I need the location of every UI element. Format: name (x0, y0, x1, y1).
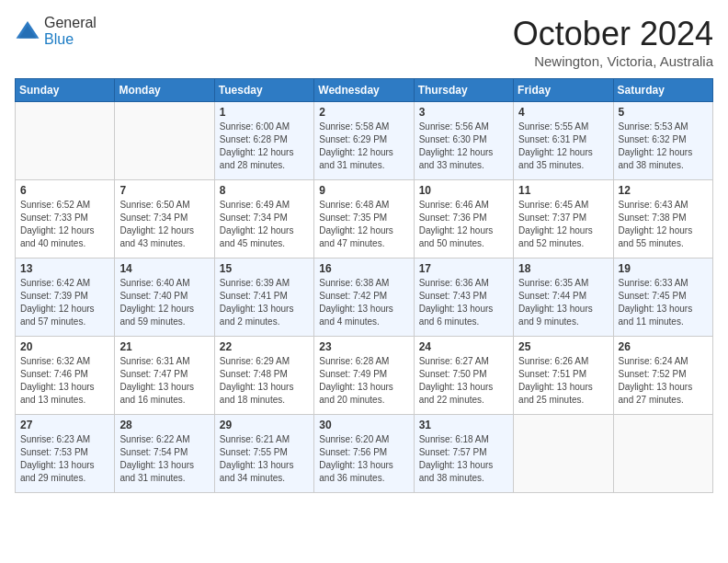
day-number: 31 (419, 419, 508, 431)
calendar-cell: 20Sunrise: 6:32 AM Sunset: 7:46 PM Dayli… (16, 337, 115, 415)
day-number: 4 (518, 106, 608, 119)
page-header: General Blue October 2024 Newington, Vic… (15, 15, 713, 69)
calendar-cell: 12Sunrise: 6:43 AM Sunset: 7:38 PM Dayli… (613, 180, 712, 259)
month-title: October 2024 (513, 15, 713, 53)
calendar-cell: 1Sunrise: 6:00 AM Sunset: 6:28 PM Daylig… (214, 102, 313, 180)
calendar-cell: 13Sunrise: 6:42 AM Sunset: 7:39 PM Dayli… (16, 259, 115, 337)
calendar-cell: 22Sunrise: 6:29 AM Sunset: 7:48 PM Dayli… (214, 337, 313, 415)
day-info: Sunrise: 6:27 AM Sunset: 7:50 PM Dayligh… (419, 355, 508, 407)
calendar-cell: 31Sunrise: 6:18 AM Sunset: 7:57 PM Dayli… (414, 415, 513, 493)
calendar-cell: 6Sunrise: 6:52 AM Sunset: 7:33 PM Daylig… (16, 180, 115, 259)
day-number: 17 (419, 262, 508, 275)
header-sunday: Sunday (16, 79, 115, 102)
logo-icon (15, 18, 40, 44)
logo: General Blue (15, 15, 97, 48)
week-row-2: 6Sunrise: 6:52 AM Sunset: 7:33 PM Daylig… (16, 180, 713, 259)
day-info: Sunrise: 6:33 AM Sunset: 7:45 PM Dayligh… (619, 277, 708, 328)
day-number: 8 (220, 184, 309, 197)
header-saturday: Saturday (613, 79, 712, 102)
day-number: 20 (20, 340, 109, 353)
day-info: Sunrise: 6:36 AM Sunset: 7:43 PM Dayligh… (419, 277, 508, 328)
calendar-cell: 9Sunrise: 6:48 AM Sunset: 7:35 PM Daylig… (314, 180, 414, 259)
day-info: Sunrise: 6:31 AM Sunset: 7:47 PM Dayligh… (119, 355, 209, 407)
calendar-cell: 14Sunrise: 6:40 AM Sunset: 7:40 PM Dayli… (115, 259, 214, 337)
day-info: Sunrise: 6:50 AM Sunset: 7:34 PM Dayligh… (119, 199, 209, 250)
day-number: 6 (20, 184, 109, 197)
day-info: Sunrise: 6:28 AM Sunset: 7:49 PM Dayligh… (319, 355, 408, 407)
day-number: 30 (319, 419, 408, 431)
day-info: Sunrise: 6:45 AM Sunset: 7:37 PM Dayligh… (518, 199, 608, 250)
calendar-cell: 18Sunrise: 6:35 AM Sunset: 7:44 PM Dayli… (514, 259, 613, 337)
calendar-cell: 29Sunrise: 6:21 AM Sunset: 7:55 PM Dayli… (214, 415, 313, 493)
day-info: Sunrise: 5:53 AM Sunset: 6:32 PM Dayligh… (619, 121, 708, 172)
day-number: 9 (319, 184, 408, 197)
header-thursday: Thursday (414, 79, 513, 102)
header-tuesday: Tuesday (214, 79, 313, 102)
header-monday: Monday (115, 79, 214, 102)
day-info: Sunrise: 6:49 AM Sunset: 7:34 PM Dayligh… (220, 199, 309, 250)
calendar-cell: 23Sunrise: 6:28 AM Sunset: 7:49 PM Dayli… (314, 337, 414, 415)
day-info: Sunrise: 6:40 AM Sunset: 7:40 PM Dayligh… (119, 277, 209, 328)
logo-text: General Blue (44, 15, 97, 48)
calendar-cell: 2Sunrise: 5:58 AM Sunset: 6:29 PM Daylig… (314, 102, 414, 180)
day-number: 23 (319, 340, 408, 353)
day-info: Sunrise: 6:23 AM Sunset: 7:53 PM Dayligh… (20, 433, 109, 485)
day-info: Sunrise: 6:21 AM Sunset: 7:55 PM Dayligh… (220, 433, 309, 485)
day-number: 10 (419, 184, 508, 197)
day-info: Sunrise: 5:56 AM Sunset: 6:30 PM Dayligh… (419, 121, 508, 172)
calendar-cell (16, 102, 115, 180)
calendar-cell: 28Sunrise: 6:22 AM Sunset: 7:54 PM Dayli… (115, 415, 214, 493)
calendar-cell: 16Sunrise: 6:38 AM Sunset: 7:42 PM Dayli… (314, 259, 414, 337)
day-number: 27 (20, 419, 109, 431)
calendar-cell: 24Sunrise: 6:27 AM Sunset: 7:50 PM Dayli… (414, 337, 513, 415)
week-row-4: 20Sunrise: 6:32 AM Sunset: 7:46 PM Dayli… (16, 337, 713, 415)
calendar-cell (613, 415, 712, 493)
calendar-cell: 15Sunrise: 6:39 AM Sunset: 7:41 PM Dayli… (214, 259, 313, 337)
calendar-cell: 3Sunrise: 5:56 AM Sunset: 6:30 PM Daylig… (414, 102, 513, 180)
title-block: October 2024 Newington, Victoria, Austra… (513, 15, 713, 69)
day-info: Sunrise: 6:18 AM Sunset: 7:57 PM Dayligh… (419, 433, 508, 485)
day-info: Sunrise: 6:48 AM Sunset: 7:35 PM Dayligh… (319, 199, 408, 250)
weekday-header-row: SundayMondayTuesdayWednesdayThursdayFrid… (16, 79, 713, 102)
day-info: Sunrise: 6:24 AM Sunset: 7:52 PM Dayligh… (619, 355, 708, 407)
day-number: 21 (119, 340, 209, 353)
day-info: Sunrise: 5:58 AM Sunset: 6:29 PM Dayligh… (319, 121, 408, 172)
calendar-cell: 17Sunrise: 6:36 AM Sunset: 7:43 PM Dayli… (414, 259, 513, 337)
calendar-cell: 4Sunrise: 5:55 AM Sunset: 6:31 PM Daylig… (514, 102, 613, 180)
calendar-cell: 27Sunrise: 6:23 AM Sunset: 7:53 PM Dayli… (16, 415, 115, 493)
calendar-cell: 10Sunrise: 6:46 AM Sunset: 7:36 PM Dayli… (414, 180, 513, 259)
day-number: 11 (518, 184, 608, 197)
day-number: 29 (220, 419, 309, 431)
calendar-cell: 11Sunrise: 6:45 AM Sunset: 7:37 PM Dayli… (514, 180, 613, 259)
day-info: Sunrise: 6:22 AM Sunset: 7:54 PM Dayligh… (119, 433, 209, 485)
day-number: 12 (619, 184, 708, 197)
calendar-cell: 25Sunrise: 6:26 AM Sunset: 7:51 PM Dayli… (514, 337, 613, 415)
calendar-cell: 26Sunrise: 6:24 AM Sunset: 7:52 PM Dayli… (613, 337, 712, 415)
day-number: 7 (119, 184, 209, 197)
day-number: 18 (518, 262, 608, 275)
day-number: 19 (619, 262, 708, 275)
day-number: 2 (319, 106, 408, 119)
calendar-cell: 5Sunrise: 5:53 AM Sunset: 6:32 PM Daylig… (613, 102, 712, 180)
day-info: Sunrise: 5:55 AM Sunset: 6:31 PM Dayligh… (518, 121, 608, 172)
day-info: Sunrise: 6:32 AM Sunset: 7:46 PM Dayligh… (20, 355, 109, 407)
header-friday: Friday (514, 79, 613, 102)
calendar-cell: 8Sunrise: 6:49 AM Sunset: 7:34 PM Daylig… (214, 180, 313, 259)
location-subtitle: Newington, Victoria, Australia (513, 53, 713, 69)
header-wednesday: Wednesday (314, 79, 414, 102)
calendar-cell: 19Sunrise: 6:33 AM Sunset: 7:45 PM Dayli… (613, 259, 712, 337)
day-number: 15 (220, 262, 309, 275)
day-info: Sunrise: 6:29 AM Sunset: 7:48 PM Dayligh… (220, 355, 309, 407)
day-number: 26 (619, 340, 708, 353)
day-info: Sunrise: 6:26 AM Sunset: 7:51 PM Dayligh… (518, 355, 608, 407)
day-info: Sunrise: 6:43 AM Sunset: 7:38 PM Dayligh… (619, 199, 708, 250)
day-number: 24 (419, 340, 508, 353)
day-number: 16 (319, 262, 408, 275)
day-number: 14 (119, 262, 209, 275)
day-info: Sunrise: 6:42 AM Sunset: 7:39 PM Dayligh… (20, 277, 109, 328)
calendar-cell (115, 102, 214, 180)
day-number: 22 (220, 340, 309, 353)
day-number: 3 (419, 106, 508, 119)
week-row-5: 27Sunrise: 6:23 AM Sunset: 7:53 PM Dayli… (16, 415, 713, 493)
calendar-cell: 30Sunrise: 6:20 AM Sunset: 7:56 PM Dayli… (314, 415, 414, 493)
